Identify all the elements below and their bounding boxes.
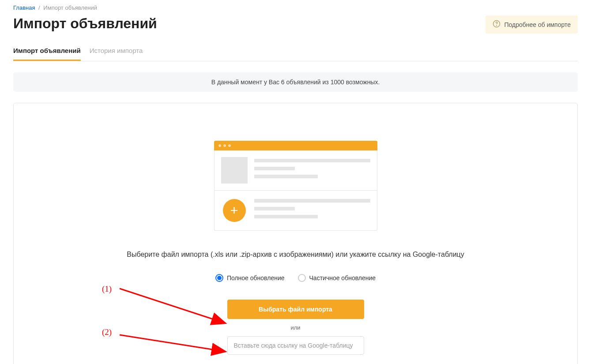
notice-bar: В данный момент у Вас 6 объявлений из 10…	[13, 72, 578, 92]
annotation-label-1: (1)	[102, 284, 112, 294]
tab-import[interactable]: Импорт объявлений	[13, 42, 81, 61]
illustration-card-existing	[215, 150, 377, 190]
tab-history[interactable]: История импорта	[90, 42, 143, 61]
or-divider-text: или	[290, 324, 300, 331]
breadcrumb-separator: /	[38, 4, 40, 11]
radio-icon-checked	[215, 274, 223, 282]
svg-point-1	[497, 25, 497, 26]
update-mode-radios: Полное обновление Частичное обновление	[31, 274, 560, 282]
main-panel: + Выберите файл импорта (.xls или .zip-а…	[13, 103, 578, 364]
radio-partial-update[interactable]: Частичное обновление	[298, 274, 376, 282]
choose-import-file-button[interactable]: Выбрать файл импорта	[227, 300, 364, 319]
page-title: Импорт объявлений	[13, 15, 157, 32]
upload-illustration: +	[214, 141, 377, 231]
illustration-browser-bar	[214, 141, 377, 150]
help-about-import-button[interactable]: Подробнее об импорте	[486, 15, 578, 34]
instruction-text: Выберите файл импорта (.xls или .zip-арх…	[31, 251, 560, 259]
breadcrumb-current: Импорт объявлений	[43, 4, 97, 11]
tabs: Импорт объявлений История импорта	[13, 42, 578, 61]
google-sheet-link-input[interactable]	[227, 336, 364, 355]
radio-icon-unchecked	[298, 274, 306, 282]
annotation-label-2: (2)	[102, 327, 112, 337]
radio-full-update[interactable]: Полное обновление	[215, 274, 285, 282]
help-circle-icon	[493, 20, 501, 29]
help-chip-label: Подробнее об импорте	[504, 21, 571, 28]
breadcrumb: Главная / Импорт объявлений	[13, 4, 578, 11]
illustration-card-add: +	[215, 190, 377, 230]
radio-full-label: Полное обновление	[227, 274, 285, 281]
breadcrumb-home-link[interactable]: Главная	[13, 4, 35, 11]
plus-icon: +	[223, 199, 246, 222]
radio-partial-label: Частичное обновление	[309, 274, 376, 281]
